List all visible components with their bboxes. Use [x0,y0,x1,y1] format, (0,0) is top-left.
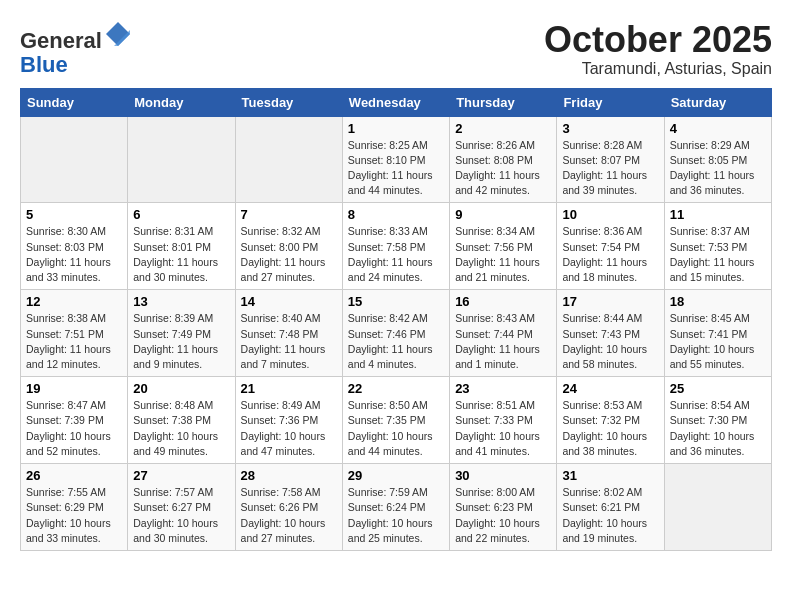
location: Taramundi, Asturias, Spain [544,60,772,78]
calendar-table: SundayMondayTuesdayWednesdayThursdayFrid… [20,88,772,551]
calendar-cell: 15Sunrise: 8:42 AM Sunset: 7:46 PM Dayli… [342,290,449,377]
day-number: 30 [455,468,551,483]
day-number: 16 [455,294,551,309]
weekday-header-thursday: Thursday [450,88,557,116]
day-info: Sunrise: 8:00 AM Sunset: 6:23 PM Dayligh… [455,485,551,546]
calendar-cell: 31Sunrise: 8:02 AM Sunset: 6:21 PM Dayli… [557,464,664,551]
calendar-cell: 30Sunrise: 8:00 AM Sunset: 6:23 PM Dayli… [450,464,557,551]
calendar-week-4: 19Sunrise: 8:47 AM Sunset: 7:39 PM Dayli… [21,377,772,464]
day-number: 13 [133,294,229,309]
day-info: Sunrise: 8:36 AM Sunset: 7:54 PM Dayligh… [562,224,658,285]
weekday-header-saturday: Saturday [664,88,771,116]
calendar-cell: 6Sunrise: 8:31 AM Sunset: 8:01 PM Daylig… [128,203,235,290]
day-number: 29 [348,468,444,483]
day-number: 28 [241,468,337,483]
weekday-header-friday: Friday [557,88,664,116]
calendar-cell: 14Sunrise: 8:40 AM Sunset: 7:48 PM Dayli… [235,290,342,377]
day-info: Sunrise: 8:54 AM Sunset: 7:30 PM Dayligh… [670,398,766,459]
day-info: Sunrise: 8:25 AM Sunset: 8:10 PM Dayligh… [348,138,444,199]
day-info: Sunrise: 8:53 AM Sunset: 7:32 PM Dayligh… [562,398,658,459]
calendar-cell: 20Sunrise: 8:48 AM Sunset: 7:38 PM Dayli… [128,377,235,464]
day-number: 12 [26,294,122,309]
day-info: Sunrise: 8:49 AM Sunset: 7:36 PM Dayligh… [241,398,337,459]
weekday-header-wednesday: Wednesday [342,88,449,116]
day-info: Sunrise: 8:45 AM Sunset: 7:41 PM Dayligh… [670,311,766,372]
calendar-week-3: 12Sunrise: 8:38 AM Sunset: 7:51 PM Dayli… [21,290,772,377]
calendar-cell: 21Sunrise: 8:49 AM Sunset: 7:36 PM Dayli… [235,377,342,464]
day-info: Sunrise: 8:32 AM Sunset: 8:00 PM Dayligh… [241,224,337,285]
day-info: Sunrise: 8:51 AM Sunset: 7:33 PM Dayligh… [455,398,551,459]
day-info: Sunrise: 8:38 AM Sunset: 7:51 PM Dayligh… [26,311,122,372]
day-number: 8 [348,207,444,222]
day-number: 5 [26,207,122,222]
day-number: 6 [133,207,229,222]
calendar-cell [235,116,342,203]
calendar-cell [664,464,771,551]
day-info: Sunrise: 8:48 AM Sunset: 7:38 PM Dayligh… [133,398,229,459]
day-number: 14 [241,294,337,309]
day-number: 26 [26,468,122,483]
weekday-header-row: SundayMondayTuesdayWednesdayThursdayFrid… [21,88,772,116]
weekday-header-monday: Monday [128,88,235,116]
calendar-week-5: 26Sunrise: 7:55 AM Sunset: 6:29 PM Dayli… [21,464,772,551]
calendar-cell: 27Sunrise: 7:57 AM Sunset: 6:27 PM Dayli… [128,464,235,551]
calendar-cell: 19Sunrise: 8:47 AM Sunset: 7:39 PM Dayli… [21,377,128,464]
calendar-cell [21,116,128,203]
calendar-body: 1Sunrise: 8:25 AM Sunset: 8:10 PM Daylig… [21,116,772,550]
logo-icon [104,20,132,48]
day-number: 21 [241,381,337,396]
calendar-cell: 2Sunrise: 8:26 AM Sunset: 8:08 PM Daylig… [450,116,557,203]
day-info: Sunrise: 8:33 AM Sunset: 7:58 PM Dayligh… [348,224,444,285]
calendar-cell: 25Sunrise: 8:54 AM Sunset: 7:30 PM Dayli… [664,377,771,464]
calendar-cell: 18Sunrise: 8:45 AM Sunset: 7:41 PM Dayli… [664,290,771,377]
calendar-cell: 23Sunrise: 8:51 AM Sunset: 7:33 PM Dayli… [450,377,557,464]
day-info: Sunrise: 8:44 AM Sunset: 7:43 PM Dayligh… [562,311,658,372]
calendar-cell [128,116,235,203]
logo: General Blue [20,20,132,77]
day-info: Sunrise: 8:02 AM Sunset: 6:21 PM Dayligh… [562,485,658,546]
title-block: October 2025 Taramundi, Asturias, Spain [544,20,772,78]
page-header: General Blue October 2025 Taramundi, Ast… [20,20,772,78]
day-number: 22 [348,381,444,396]
day-info: Sunrise: 8:50 AM Sunset: 7:35 PM Dayligh… [348,398,444,459]
day-info: Sunrise: 8:43 AM Sunset: 7:44 PM Dayligh… [455,311,551,372]
day-number: 7 [241,207,337,222]
calendar-cell: 10Sunrise: 8:36 AM Sunset: 7:54 PM Dayli… [557,203,664,290]
calendar-cell: 24Sunrise: 8:53 AM Sunset: 7:32 PM Dayli… [557,377,664,464]
day-number: 18 [670,294,766,309]
day-number: 25 [670,381,766,396]
day-number: 31 [562,468,658,483]
day-number: 2 [455,121,551,136]
day-info: Sunrise: 7:57 AM Sunset: 6:27 PM Dayligh… [133,485,229,546]
day-info: Sunrise: 8:26 AM Sunset: 8:08 PM Dayligh… [455,138,551,199]
day-number: 1 [348,121,444,136]
calendar-cell: 26Sunrise: 7:55 AM Sunset: 6:29 PM Dayli… [21,464,128,551]
day-number: 3 [562,121,658,136]
calendar-cell: 7Sunrise: 8:32 AM Sunset: 8:00 PM Daylig… [235,203,342,290]
calendar-cell: 22Sunrise: 8:50 AM Sunset: 7:35 PM Dayli… [342,377,449,464]
calendar-cell: 3Sunrise: 8:28 AM Sunset: 8:07 PM Daylig… [557,116,664,203]
calendar-cell: 13Sunrise: 8:39 AM Sunset: 7:49 PM Dayli… [128,290,235,377]
day-number: 19 [26,381,122,396]
day-number: 27 [133,468,229,483]
calendar-cell: 12Sunrise: 8:38 AM Sunset: 7:51 PM Dayli… [21,290,128,377]
calendar-cell: 29Sunrise: 7:59 AM Sunset: 6:24 PM Dayli… [342,464,449,551]
day-info: Sunrise: 8:40 AM Sunset: 7:48 PM Dayligh… [241,311,337,372]
calendar-cell: 28Sunrise: 7:58 AM Sunset: 6:26 PM Dayli… [235,464,342,551]
day-number: 10 [562,207,658,222]
calendar-cell: 5Sunrise: 8:30 AM Sunset: 8:03 PM Daylig… [21,203,128,290]
calendar-week-2: 5Sunrise: 8:30 AM Sunset: 8:03 PM Daylig… [21,203,772,290]
day-number: 4 [670,121,766,136]
month-title: October 2025 [544,20,772,60]
calendar-week-1: 1Sunrise: 8:25 AM Sunset: 8:10 PM Daylig… [21,116,772,203]
day-number: 17 [562,294,658,309]
calendar-cell: 1Sunrise: 8:25 AM Sunset: 8:10 PM Daylig… [342,116,449,203]
day-info: Sunrise: 7:55 AM Sunset: 6:29 PM Dayligh… [26,485,122,546]
day-number: 23 [455,381,551,396]
day-info: Sunrise: 8:30 AM Sunset: 8:03 PM Dayligh… [26,224,122,285]
day-info: Sunrise: 8:29 AM Sunset: 8:05 PM Dayligh… [670,138,766,199]
day-info: Sunrise: 8:37 AM Sunset: 7:53 PM Dayligh… [670,224,766,285]
weekday-header-sunday: Sunday [21,88,128,116]
day-number: 15 [348,294,444,309]
day-number: 20 [133,381,229,396]
